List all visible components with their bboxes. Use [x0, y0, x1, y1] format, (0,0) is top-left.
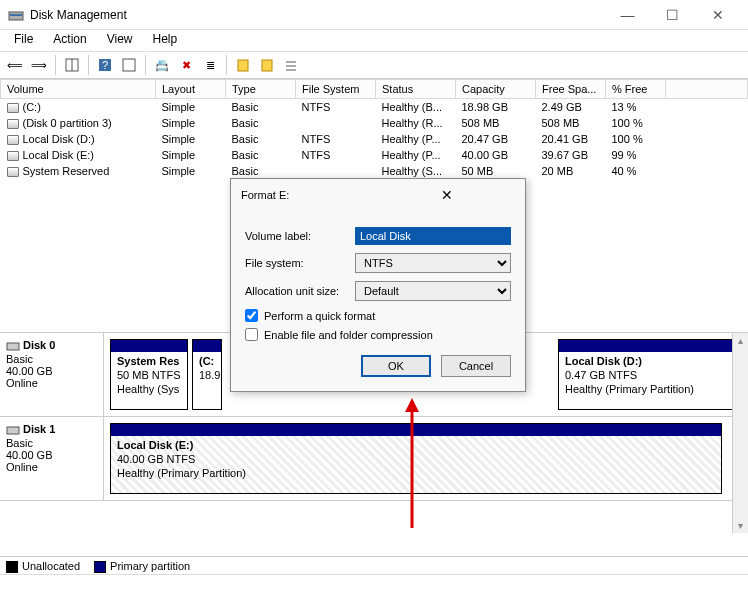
filesystem-select[interactable]: NTFS: [355, 253, 511, 273]
panel-split-icon[interactable]: [61, 54, 83, 76]
volume-label-label: Volume label:: [245, 230, 355, 242]
table-row[interactable]: Local Disk (D:)SimpleBasicNTFSHealthy (P…: [1, 131, 748, 147]
column-header[interactable]: Volume: [1, 80, 156, 99]
scroll-down-icon[interactable]: ▾: [738, 520, 743, 531]
back-icon[interactable]: ⟸: [4, 54, 26, 76]
svg-rect-1: [10, 14, 22, 16]
compression-label: Enable file and folder compression: [264, 329, 433, 341]
menu-action[interactable]: Action: [43, 30, 96, 51]
compression-checkbox[interactable]: [245, 328, 258, 341]
menubar: File Action View Help: [0, 30, 748, 51]
volume-table[interactable]: VolumeLayoutTypeFile SystemStatusCapacit…: [0, 79, 748, 179]
legend: Unallocated Primary partition: [6, 560, 190, 573]
allocation-select[interactable]: Default: [355, 281, 511, 301]
disk-row: Disk 1Basic40.00 GBOnlineLocal Disk (E:)…: [0, 417, 748, 501]
partition[interactable]: (C:18.9: [192, 339, 222, 410]
scrollbar[interactable]: ▴ ▾: [732, 333, 748, 533]
dialog-close-icon[interactable]: ✕: [378, 187, 515, 203]
close-button[interactable]: ✕: [695, 1, 740, 29]
quick-format-label: Perform a quick format: [264, 310, 375, 322]
minimize-button[interactable]: —: [605, 1, 650, 29]
delete-icon[interactable]: ✖: [175, 54, 197, 76]
svg-rect-7: [238, 60, 248, 71]
disk-header[interactable]: Disk 1Basic40.00 GBOnline: [0, 417, 104, 500]
svg-rect-13: [7, 427, 19, 434]
svg-text:?: ?: [102, 59, 108, 71]
legend-primary-swatch: [94, 561, 106, 573]
format-dialog: Format E: ✕ Volume label: File system: N…: [230, 178, 526, 392]
column-header[interactable]: Type: [226, 80, 296, 99]
menu-help[interactable]: Help: [143, 30, 188, 51]
app-icon: [8, 7, 24, 23]
filesystem-label: File system:: [245, 257, 355, 269]
table-row[interactable]: Local Disk (E:)SimpleBasicNTFSHealthy (P…: [1, 147, 748, 163]
column-header[interactable]: Free Spa...: [536, 80, 606, 99]
dialog-title: Format E:: [241, 189, 378, 201]
menu-view[interactable]: View: [97, 30, 143, 51]
table-row[interactable]: (Disk 0 partition 3)SimpleBasicHealthy (…: [1, 115, 748, 131]
titlebar: Disk Management — ☐ ✕: [0, 0, 748, 30]
refresh-icon[interactable]: [118, 54, 140, 76]
svg-rect-8: [262, 60, 272, 71]
properties-icon[interactable]: ≣: [199, 54, 221, 76]
legend-unallocated: Unallocated: [22, 560, 80, 572]
forward-icon[interactable]: ⟹: [28, 54, 50, 76]
window-title: Disk Management: [30, 8, 605, 22]
maximize-button[interactable]: ☐: [650, 1, 695, 29]
statusbar: [0, 574, 748, 591]
partition[interactable]: Local Disk (E:)40.00 GB NTFSHealthy (Pri…: [110, 423, 722, 494]
table-row[interactable]: (C:)SimpleBasicNTFSHealthy (B...18.98 GB…: [1, 99, 748, 116]
allocation-label: Allocation unit size:: [245, 285, 355, 297]
partition[interactable]: System Res50 MB NTFSHealthy (Sys: [110, 339, 188, 410]
toolbar: ⟸ ⟹ ? 📇 ✖ ≣: [0, 51, 748, 79]
quick-format-checkbox[interactable]: [245, 309, 258, 322]
column-header[interactable]: Layout: [156, 80, 226, 99]
action-icon[interactable]: 📇: [151, 54, 173, 76]
legend-primary: Primary partition: [110, 560, 190, 572]
legend-unallocated-swatch: [6, 561, 18, 573]
cancel-button[interactable]: Cancel: [441, 355, 511, 377]
help-icon[interactable]: ?: [94, 54, 116, 76]
svg-rect-12: [7, 343, 19, 350]
disk-header[interactable]: Disk 0Basic40.00 GBOnline: [0, 333, 104, 416]
column-header[interactable]: Capacity: [456, 80, 536, 99]
menu-file[interactable]: File: [4, 30, 43, 51]
ok-button[interactable]: OK: [361, 355, 431, 377]
page-yellow-icon[interactable]: [232, 54, 254, 76]
page-yellow2-icon[interactable]: [256, 54, 278, 76]
scroll-up-icon[interactable]: ▴: [738, 335, 743, 346]
svg-rect-6: [123, 59, 135, 71]
list-icon[interactable]: [280, 54, 302, 76]
column-header[interactable]: File System: [296, 80, 376, 99]
partition[interactable]: Local Disk (D:)0.47 GB NTFSHealthy (Prim…: [558, 339, 738, 410]
column-header[interactable]: % Free: [606, 80, 666, 99]
column-header[interactable]: Status: [376, 80, 456, 99]
volume-label-input[interactable]: [355, 227, 511, 245]
